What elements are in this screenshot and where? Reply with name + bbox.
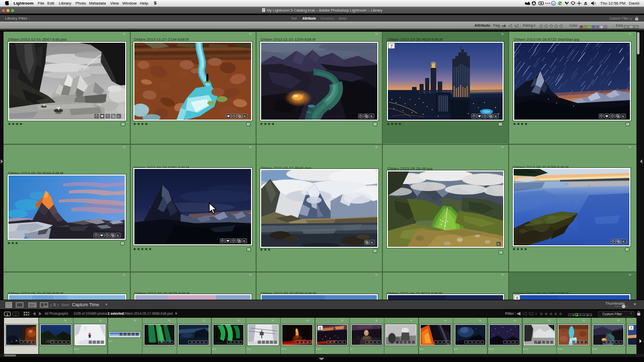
svg-text:e: e [552, 2, 554, 5]
svg-text:XY: XY [30, 304, 35, 307]
